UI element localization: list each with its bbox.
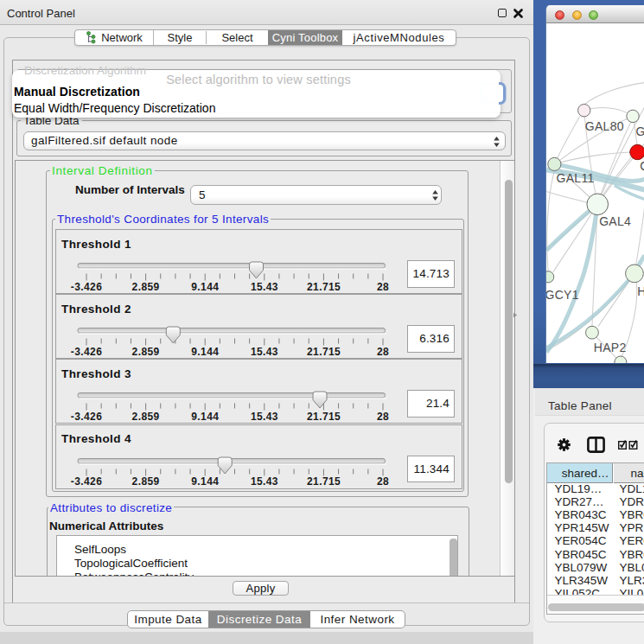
svg-text:GAL11: GAL11	[557, 171, 595, 185]
svg-text:GAL4: GAL4	[599, 214, 631, 228]
svg-text:C: C	[640, 159, 644, 173]
svg-text:HAP2: HAP2	[594, 341, 627, 354]
svg-text:GCY1: GCY1	[546, 288, 579, 302]
svg-text:GAL80: GAL80	[585, 119, 624, 133]
svg-text:GA: GA	[636, 124, 644, 138]
svg-text:H: H	[637, 284, 644, 298]
